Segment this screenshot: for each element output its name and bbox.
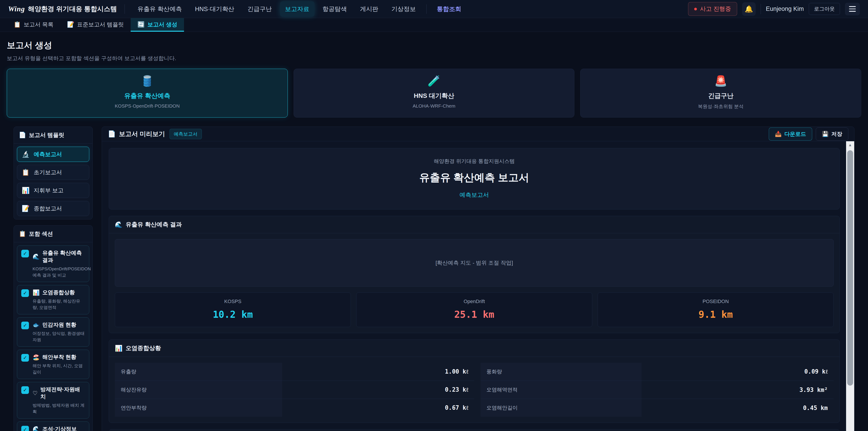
tab-label: 보고서 생성: [147, 21, 177, 28]
metric-label: KOSPS: [117, 299, 348, 304]
templates-panel-header: 📄 보고서 템플릿: [14, 127, 92, 144]
metric-opendrift: OpenDrift 25.1 km: [356, 293, 592, 327]
template-label: 지휘부 보고: [34, 187, 64, 194]
nav-item-weather[interactable]: 기상정보: [386, 1, 421, 17]
section-desc: 어장정보, 양식업, 환경생태 자원: [33, 331, 85, 343]
preview-body: 해양환경 위기대응 통합지원시스템 유출유 확산예측 보고서 예측보고서 🌊 유…: [102, 141, 854, 431]
user-name: Eunjeong Kim: [766, 5, 804, 12]
wave-icon: 🌊: [115, 221, 123, 228]
bar-chart-icon: 📊: [115, 345, 123, 352]
pollution-status-section: 📊 오염종합상황 유출량 1.00 kℓ 풍화량 0.09 kℓ 해상잔유량 0…: [109, 339, 840, 423]
nav-item-rescue[interactable]: 긴급구난: [243, 1, 277, 17]
refresh-icon: 🔄: [137, 21, 145, 28]
template-item-command-report[interactable]: 📊 지휘부 보고: [17, 183, 89, 198]
pollution-row-label: 오염해안길이: [480, 399, 642, 417]
section-item-pollution-status[interactable]: ✓ 📊 오염종합상황 유출량, 풍화량, 해상잔유량, 오염면적: [17, 285, 89, 314]
memo-icon: 📝: [22, 205, 30, 212]
metric-value: 10.2 km: [117, 309, 348, 320]
pollution-row-value: 3.93 km²: [642, 381, 834, 399]
checkbox-checked[interactable]: ✓: [21, 386, 29, 394]
section-item-shore-attachment[interactable]: ✓ 🏖️ 해안부착 현황 해안 부착 위치, 시간, 오염 길이: [17, 350, 89, 379]
metric-value: 25.1 km: [359, 309, 590, 320]
section-desc: 방제방법, 방제자원 배치 계획: [33, 402, 85, 415]
section-item-response-strategy[interactable]: ✓ ♡ 방제전략·자원배치 방제방법, 방제자원 배치 계획: [17, 382, 89, 419]
report-type-row: 🛢️ 유출유 확산예측 KOSPS·OpenDrift·POSEIDON 🧪 H…: [7, 69, 861, 118]
scrollbar-thumb[interactable]: [847, 150, 853, 386]
siren-icon: 🚨: [583, 76, 859, 86]
checkbox-checked[interactable]: ✓: [21, 321, 29, 329]
incident-status-badge[interactable]: 사고 진행중: [688, 2, 737, 16]
checkbox-checked[interactable]: ✓: [21, 250, 29, 257]
section-label: 조석·기상정보: [42, 425, 76, 431]
tab-report-generate[interactable]: 🔄 보고서 생성: [131, 18, 184, 32]
metric-label: POSEIDON: [600, 299, 831, 304]
report-tabbar: 📋 보고서 목록 📝 표준보고서 템플릿 🔄 보고서 생성: [0, 18, 868, 32]
notifications-button[interactable]: 🔔: [742, 2, 756, 16]
report-subtitle: 예측보고서: [114, 191, 835, 199]
tab-standard-templates[interactable]: 📝 표준보고서 템플릿: [60, 18, 130, 32]
report-title: 유출유 확산예측 보고서: [114, 171, 835, 185]
section-label: 해안부착 현황: [42, 353, 76, 361]
report-type-card-hns[interactable]: 🧪 HNS 대기확산 ALOHA·WRF-Chem: [293, 69, 575, 118]
pollution-row-value: 0.67 kℓ: [282, 399, 474, 417]
page-title: 보고서 생성: [7, 39, 861, 51]
templates-panel: 📄 보고서 템플릿 🔬 예측보고서 📋 초기보고서 📊 지휘부 보고: [13, 127, 93, 219]
included-sections-header: 📋 포함 섹션: [14, 225, 92, 242]
checkbox-checked[interactable]: ✓: [21, 354, 29, 362]
section-item-spread-result[interactable]: ✓ 🌊 유출유 확산예측 결과 KOSPS/OpenDrift/POSEIDON…: [17, 245, 89, 282]
template-item-comprehensive-report[interactable]: 📝 종합보고서: [17, 201, 89, 216]
logout-button[interactable]: 로그아웃: [809, 3, 840, 15]
section-item-tide-weather[interactable]: ✓ 🌊 조석·기상정보 사고 해역 조석·기상 현황: [17, 422, 89, 431]
report-preview-panel: 📄 보고서 미리보기 예측보고서 📥 다운로드 💾 저장: [102, 127, 855, 431]
download-label: 다운로드: [784, 130, 806, 137]
template-item-forecast-report[interactable]: 🔬 예측보고서: [17, 147, 89, 162]
report-type-card-oil-spread[interactable]: 🛢️ 유출유 확산예측 KOSPS·OpenDrift·POSEIDON: [7, 69, 288, 118]
nav-item-board[interactable]: 게시판: [355, 1, 383, 17]
checkbox-checked[interactable]: ✓: [21, 289, 29, 297]
nav-item-oil-spread[interactable]: 유출유 확산예측: [132, 1, 187, 17]
report-title-block: 해양환경 위기대응 통합지원시스템 유출유 확산예측 보고서 예측보고서: [109, 148, 840, 210]
pollution-table: 유출량 1.00 kℓ 풍화량 0.09 kℓ 해상잔유량 0.23 kℓ 오염…: [115, 363, 834, 417]
tab-label: 표준보고서 템플릿: [77, 21, 124, 28]
preview-header: 📄 보고서 미리보기 예측보고서 📥 다운로드 💾 저장: [102, 127, 854, 141]
clipboard-icon: 📋: [22, 168, 30, 176]
section-label: 유출유 확산예측 결과: [42, 249, 85, 264]
document-icon: 📄: [108, 130, 116, 137]
download-button[interactable]: 📥 다운로드: [769, 127, 812, 141]
preview-scrollbar[interactable]: ▲ ▼: [846, 141, 854, 431]
section-item-sensitive-resources[interactable]: ✓ 🐟 민감자원 현황 어장정보, 양식업, 환경생태 자원: [17, 317, 89, 347]
tab-report-list[interactable]: 📋 보고서 목록: [7, 18, 60, 32]
nav-item-reports[interactable]: 보고자료: [280, 1, 314, 17]
scroll-up-arrow-icon[interactable]: ▲: [846, 141, 854, 149]
report-type-subtitle: 복원성·좌초위험 분석: [583, 103, 859, 110]
section-desc: KOSPS/OpenDrift/POSEIDON 예측 결과 및 비교: [33, 266, 85, 278]
left-sidebar: 📄 보고서 템플릿 🔬 예측보고서 📋 초기보고서 📊 지휘부 보고: [13, 127, 93, 431]
pollution-row-label: 풍화량: [480, 363, 642, 381]
document-icon: 📄: [19, 131, 26, 138]
hamburger-menu-icon[interactable]: [845, 3, 860, 16]
section-desc: 해안 부착 위치, 시간, 오염 길이: [33, 363, 85, 375]
template-item-initial-report[interactable]: 📋 초기보고서: [17, 165, 89, 180]
app-logo: Wing: [8, 5, 25, 13]
tab-label: 보고서 목록: [24, 21, 53, 28]
nav-item-integrated-search[interactable]: 통합조회: [432, 1, 466, 17]
report-type-card-rescue[interactable]: 🚨 긴급구난 복원성·좌초위험 분석: [580, 69, 861, 118]
nav-menu: 유출유 확산예측 HNS·대기확산 긴급구난 보고자료 항공탐색 게시판 기상정…: [132, 1, 466, 17]
pollution-row-label: 유출량: [115, 363, 282, 381]
pollution-row-label: 오염해역면적: [480, 381, 642, 399]
wave-icon: 🌊: [33, 426, 39, 431]
report-type-title: 유출유 확산예측: [9, 92, 285, 100]
incident-dot-icon: [694, 8, 697, 10]
pollution-row-label: 해상잔유량: [115, 381, 282, 399]
save-button[interactable]: 💾 저장: [816, 127, 848, 141]
nav-item-hns[interactable]: HNS·대기확산: [190, 1, 239, 17]
sensitive-resources-section: 🐟 민감자원 현황 반경 10 NM 기준 마을어업 131ha 복합양식업 3…: [109, 429, 840, 431]
nav-divider: [426, 4, 427, 14]
report-type-title: 긴급구난: [583, 92, 859, 100]
floppy-disk-icon: 💾: [822, 131, 829, 137]
included-sections-panel: 📋 포함 섹션 ✓ 🌊 유출유 확산예측 결과 KOSPS/OpenDrift/…: [13, 225, 93, 431]
checkbox-checked[interactable]: ✓: [21, 426, 29, 431]
page-subtitle: 보고서 유형을 선택하고 포함할 섹션을 구성하여 보고서를 생성합니다.: [7, 55, 861, 62]
map-placeholder-text: [확산예측 지도 - 범위 조절 작업]: [436, 259, 513, 267]
nav-item-aerial-search[interactable]: 항공탐색: [318, 1, 352, 17]
